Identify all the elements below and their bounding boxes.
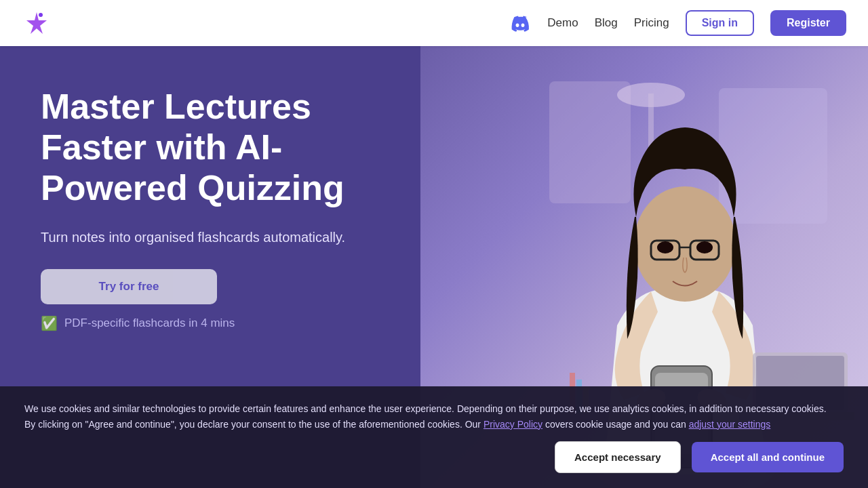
svg-point-1 xyxy=(39,13,43,17)
hero-subtitle: Turn notes into organised flashcards aut… xyxy=(41,227,387,247)
hero-feature: ✅ PDF-specific flashcards in 4 mins xyxy=(41,315,387,331)
navbar: Demo Blog Pricing Sign in Register xyxy=(0,0,868,46)
hero-content: Master Lectures Faster with AI-Powered Q… xyxy=(41,87,387,331)
nav-left xyxy=(22,8,52,38)
hero-title: Master Lectures Faster with AI-Powered Q… xyxy=(41,87,387,208)
discord-icon[interactable] xyxy=(509,12,531,34)
svg-point-8 xyxy=(634,186,736,302)
hero-feature-text: PDF-specific flashcards in 4 mins xyxy=(64,317,235,330)
svg-rect-6 xyxy=(648,94,654,148)
svg-point-13 xyxy=(696,241,713,253)
accept-all-button[interactable]: Accept all and continue xyxy=(692,442,844,472)
svg-rect-3 xyxy=(549,81,631,203)
cookie-text-line2: By clicking on "Agree and continue", you… xyxy=(24,419,481,430)
check-icon: ✅ xyxy=(41,315,58,331)
cookie-buttons: Accept necessary Accept all and continue xyxy=(24,441,844,473)
nav-demo-link[interactable]: Demo xyxy=(547,16,578,30)
cookie-banner: We use cookies and similar technologies … xyxy=(0,386,868,488)
signin-button[interactable]: Sign in xyxy=(686,10,754,36)
hero-cta-area: Try for free ✅ PDF-specific flashcards i… xyxy=(41,269,387,331)
nav-pricing-link[interactable]: Pricing xyxy=(634,16,669,30)
adjust-settings-link[interactable]: adjust your settings xyxy=(689,419,771,430)
svg-point-12 xyxy=(657,241,673,253)
svg-marker-0 xyxy=(26,12,47,34)
cookie-text-mid2: covers cookie usage and you can xyxy=(545,419,686,430)
privacy-policy-link[interactable]: Privacy Policy xyxy=(484,419,542,430)
nav-blog-link[interactable]: Blog xyxy=(595,16,618,30)
cookie-text: We use cookies and similar technologies … xyxy=(24,401,844,432)
hero-cta-button[interactable]: Try for free xyxy=(41,269,217,304)
logo-icon[interactable] xyxy=(22,8,52,38)
accept-necessary-button[interactable]: Accept necessary xyxy=(555,441,681,473)
register-button[interactable]: Register xyxy=(770,10,846,36)
cookie-text-line1: We use cookies and similar technologies … xyxy=(24,403,827,414)
nav-right: Demo Blog Pricing Sign in Register xyxy=(509,10,846,36)
